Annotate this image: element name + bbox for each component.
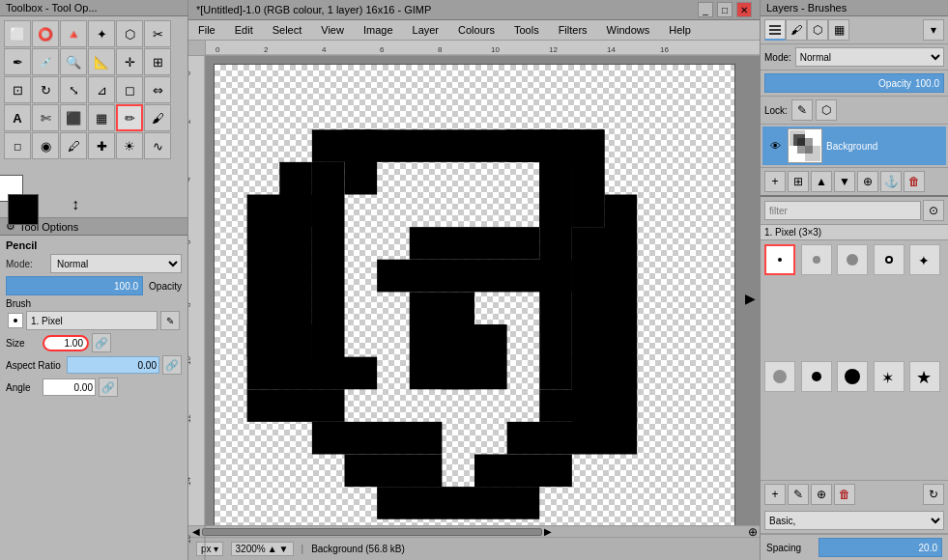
layer-visibility-toggle[interactable]: 👁	[766, 137, 784, 154]
tool-shear[interactable]: ⊿	[88, 76, 115, 103]
configure-panels-button[interactable]: ▾	[923, 19, 944, 41]
zoom-up-icon[interactable]: ▲	[268, 544, 277, 554]
anchor-layer-button[interactable]: ⚓	[880, 171, 902, 192]
size-value[interactable]: 1.00	[43, 335, 89, 351]
tool-paths[interactable]: ✒	[4, 48, 31, 75]
duplicate-brush-button[interactable]: ⊕	[811, 484, 832, 505]
tool-text[interactable]: A	[4, 104, 31, 131]
brush-cell-star[interactable]: ✦	[909, 244, 940, 275]
tool-ink[interactable]: 🖊	[60, 132, 87, 159]
tool-heal[interactable]: ✚	[88, 132, 115, 159]
tool-fuzzy-select[interactable]: ✦	[88, 20, 115, 47]
tool-pencil[interactable]: ✏	[116, 104, 143, 131]
angle-value[interactable]: 0.00	[43, 378, 96, 396]
tool-iscissors[interactable]: ✄	[32, 104, 59, 131]
aspect-link-icon[interactable]: 🔗	[162, 355, 182, 375]
scroll-right-icon[interactable]: ▶	[745, 291, 756, 306]
layer-entry-background[interactable]: 👁 Background	[762, 126, 946, 165]
menu-view[interactable]: View	[315, 22, 350, 38]
layers-tab-button[interactable]	[764, 19, 786, 41]
tool-free-select[interactable]: 🔺	[60, 20, 87, 47]
brush-cell-b9[interactable]: ✶	[874, 361, 905, 392]
duplicate-layer-button[interactable]: ⊕	[857, 171, 878, 192]
tool-eraser[interactable]: ◻	[4, 132, 31, 159]
brush-edit-button[interactable]: ✎	[160, 311, 180, 330]
spacing-bar[interactable]: 20.0	[819, 538, 942, 557]
tool-perspective[interactable]: ◻	[116, 76, 143, 103]
tool-ellipse-select[interactable]: ⭕	[32, 20, 59, 47]
mode-dropdown[interactable]: Normal Dissolve Multiply	[50, 254, 182, 273]
layers-mode-dropdown[interactable]: Normal	[795, 47, 944, 67]
menu-image[interactable]: Image	[358, 22, 399, 38]
tool-measure[interactable]: 📐	[88, 48, 115, 75]
tool-zoom[interactable]: 🔍	[60, 48, 87, 75]
brush-cell-blur2[interactable]	[837, 244, 868, 275]
tool-move[interactable]: ✛	[116, 48, 143, 75]
menu-select[interactable]: Select	[267, 22, 308, 38]
horizontal-scrollbar[interactable]: ◀ ▶ ⊕	[188, 525, 760, 537]
menu-help[interactable]: Help	[663, 22, 697, 38]
menu-edit[interactable]: Edit	[229, 22, 259, 38]
close-button[interactable]: ✕	[736, 2, 752, 17]
new-brush-button[interactable]: +	[764, 484, 786, 505]
tool-blend[interactable]: ▦	[88, 104, 115, 131]
tool-paintbrush[interactable]: 🖌	[144, 104, 171, 131]
tool-crop[interactable]: ⊡	[4, 76, 31, 103]
zoom-selector[interactable]: 3200% ▲ ▼	[231, 542, 294, 556]
tool-bucket-fill[interactable]: ⬛	[60, 104, 87, 131]
lock-pixels-button[interactable]: ✎	[791, 99, 813, 121]
brush-filter-input[interactable]	[764, 201, 921, 220]
aspect-ratio-value[interactable]: 0.00	[67, 356, 159, 374]
layer-down-button[interactable]: ▼	[834, 171, 855, 192]
tool-scale[interactable]: ⤡	[60, 76, 87, 103]
menu-file[interactable]: File	[192, 22, 221, 38]
new-from-visible-button[interactable]: ⊞	[788, 171, 809, 192]
gradients-tab-button[interactable]: ▦	[828, 19, 849, 41]
tool-color-picker[interactable]: 💉	[32, 48, 59, 75]
brush-cell-b8[interactable]	[837, 361, 868, 392]
tool-dodge-burn[interactable]: ☀	[116, 132, 143, 159]
brush-cell-blur1[interactable]	[801, 244, 832, 275]
brushes-tab-button[interactable]: 🖌	[786, 19, 807, 41]
brush-cell-b10[interactable]: ★	[909, 361, 940, 392]
maximize-button[interactable]: □	[717, 2, 733, 17]
brush-cell-b6[interactable]	[764, 361, 795, 392]
layer-up-button[interactable]: ▲	[811, 171, 832, 192]
delete-brush-button[interactable]: 🗑	[834, 484, 855, 505]
opacity-bar[interactable]: 100.0	[6, 276, 143, 295]
tool-airbrush[interactable]: ◉	[32, 132, 59, 159]
menu-filters[interactable]: Filters	[553, 22, 593, 38]
delete-layer-button[interactable]: 🗑	[904, 171, 925, 192]
edit-brush-button[interactable]: ✎	[788, 484, 809, 505]
patterns-tab-button[interactable]: ⬡	[807, 19, 828, 41]
scroll-thumb[interactable]	[202, 528, 542, 536]
swap-colors-icon[interactable]: ↕	[72, 196, 79, 213]
refresh-brushes-button[interactable]: ↻	[923, 484, 944, 505]
zoom-down-icon[interactable]: ▼	[279, 544, 289, 554]
angle-link-icon[interactable]: 🔗	[99, 378, 118, 397]
brush-cell-b7[interactable]	[801, 361, 832, 392]
size-link-icon[interactable]: 🔗	[92, 333, 111, 352]
brush-category-dropdown[interactable]: Basic,	[764, 511, 944, 530]
minimize-button[interactable]: _	[698, 2, 713, 17]
tool-rotate[interactable]: ↻	[32, 76, 59, 103]
brush-cell-1px[interactable]	[764, 244, 795, 275]
new-layer-button[interactable]: +	[764, 171, 786, 192]
foreground-color-box[interactable]	[8, 194, 39, 225]
tool-rect-select[interactable]: ⬜	[4, 20, 31, 47]
menu-layer[interactable]: Layer	[407, 22, 445, 38]
tool-scissors[interactable]: ✂	[144, 20, 171, 47]
menu-tools[interactable]: Tools	[508, 22, 545, 38]
pixel-canvas[interactable]	[214, 64, 735, 525]
tool-smudge[interactable]: ∿	[144, 132, 171, 159]
tool-flip[interactable]: ⇔	[144, 76, 171, 103]
lock-alpha-button[interactable]: ⬡	[816, 99, 837, 121]
tool-align[interactable]: ⊞	[144, 48, 171, 75]
menu-windows[interactable]: Windows	[601, 22, 656, 38]
brush-cell-blur3[interactable]	[874, 244, 905, 275]
menu-colours[interactable]: Colours	[452, 22, 501, 38]
layers-opacity-bar[interactable]: Opacity 100.0	[764, 73, 944, 93]
scroll-right-arrow[interactable]: ▶	[542, 526, 554, 537]
tool-color-select[interactable]: ⬡	[116, 20, 143, 47]
brush-filter-button[interactable]: ⊙	[923, 200, 944, 221]
